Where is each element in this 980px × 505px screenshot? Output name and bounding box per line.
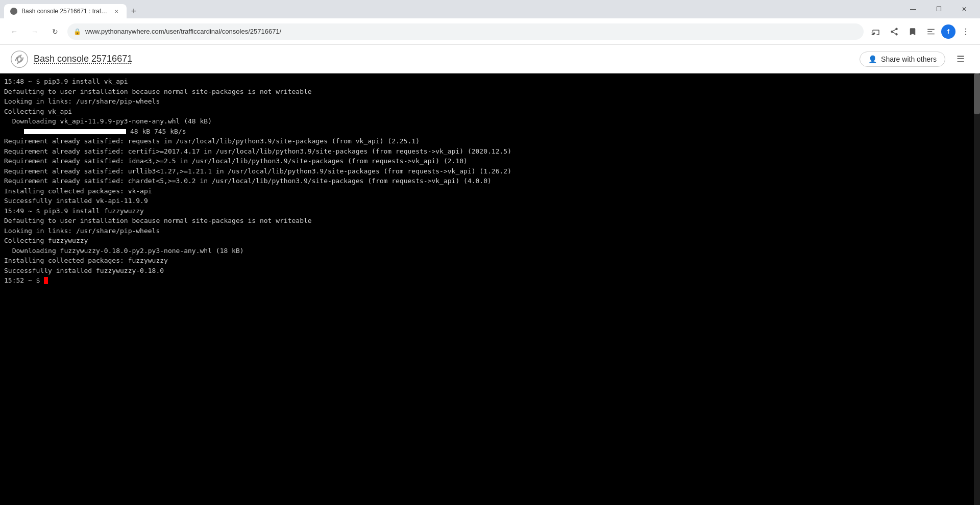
terminal-cursor xyxy=(44,277,48,284)
profile-button[interactable]: f xyxy=(941,24,955,39)
svg-point-3 xyxy=(11,50,28,67)
tab-close-button[interactable]: ✕ xyxy=(112,7,120,15)
scrollbar-track[interactable] xyxy=(974,73,980,505)
svg-point-2 xyxy=(965,34,966,35)
back-button[interactable]: ← xyxy=(6,23,22,40)
svg-point-5 xyxy=(18,61,21,63)
tab-favicon xyxy=(10,8,17,15)
active-tab[interactable]: Bash console 25716671 : traffico ✕ xyxy=(4,4,127,18)
tab-title: Bash console 25716671 : traffico xyxy=(21,8,108,15)
share-with-others-button[interactable]: 👤 Share with others xyxy=(860,52,945,67)
toolbar-actions: f xyxy=(868,23,974,40)
close-button[interactable]: ✕ xyxy=(952,1,976,17)
page-header: Bash console 25716671 👤 Share with other… xyxy=(0,45,980,73)
minimize-button[interactable]: — xyxy=(901,1,925,17)
url-bar[interactable]: 🔒 www.pythonanywhere.com/user/trafficcar… xyxy=(67,23,864,40)
download-progress-bar xyxy=(24,129,126,134)
header-actions: 👤 Share with others ☰ xyxy=(860,50,970,68)
share-person-icon: 👤 xyxy=(868,55,877,63)
forward-button[interactable]: → xyxy=(27,23,43,40)
window-controls: — ❐ ✕ xyxy=(901,1,976,17)
scrollbar-thumb[interactable] xyxy=(974,73,980,114)
menu-button[interactable] xyxy=(958,23,974,40)
browser-window: Bash console 25716671 : traffico ✕ + — ❐… xyxy=(0,0,980,505)
pythonanywhere-logo xyxy=(10,50,29,68)
bookmark-button[interactable] xyxy=(904,23,921,40)
address-bar: ← → ↻ 🔒 www.pythonanywhere.com/user/traf… xyxy=(0,18,980,45)
site-logo: Bash console 25716671 xyxy=(10,50,132,68)
page-title: Bash console 25716671 xyxy=(34,54,132,64)
terminal-content: 15:48 ~ $ pip3.9 install vk_api Defaulti… xyxy=(4,77,976,286)
maximize-button[interactable]: ❐ xyxy=(927,1,950,17)
line-1: 15:48 ~ $ pip3.9 install vk_api Defaulti… xyxy=(4,78,511,284)
sidebar-button[interactable] xyxy=(923,23,939,40)
svg-point-4 xyxy=(18,55,21,58)
cast-button[interactable] xyxy=(868,23,884,40)
hamburger-menu-button[interactable]: ☰ xyxy=(951,50,970,68)
tab-area: Bash console 25716671 : traffico ✕ + xyxy=(4,0,899,18)
refresh-button[interactable]: ↻ xyxy=(47,23,63,40)
title-bar: Bash console 25716671 : traffico ✕ + — ❐… xyxy=(0,0,980,18)
svg-point-1 xyxy=(965,31,966,32)
share-page-button[interactable] xyxy=(886,23,902,40)
new-tab-button[interactable]: + xyxy=(127,4,141,18)
svg-point-0 xyxy=(965,28,966,29)
share-button-label: Share with others xyxy=(881,55,937,63)
terminal-output[interactable]: 15:48 ~ $ pip3.9 install vk_api Defaulti… xyxy=(0,73,980,505)
url-text: www.pythonanywhere.com/user/trafficcardi… xyxy=(85,28,857,35)
lock-icon: 🔒 xyxy=(74,28,81,35)
